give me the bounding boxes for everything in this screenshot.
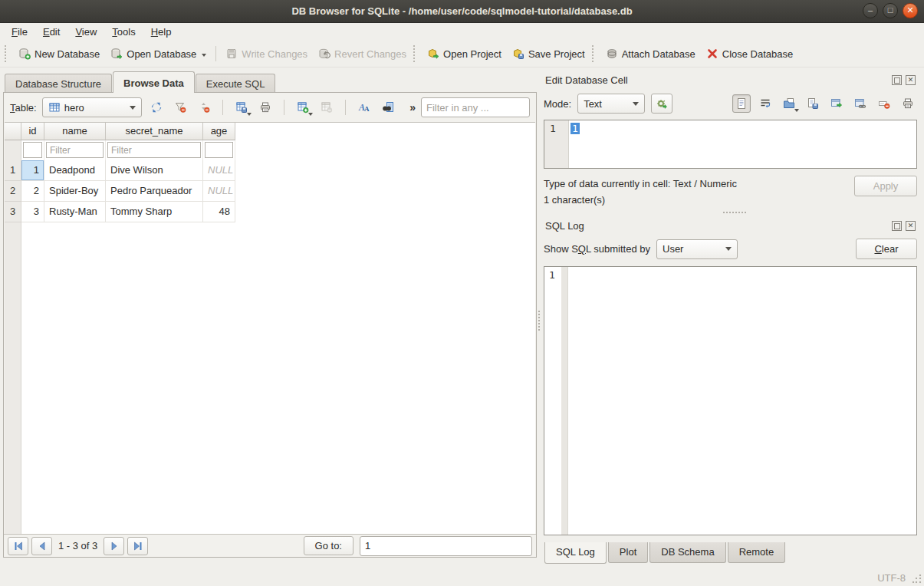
menu-file[interactable]: File [5,25,35,39]
last-record-button[interactable] [127,537,148,555]
cell-editor-content[interactable]: 1 [569,120,916,168]
column-header-age[interactable]: age [203,123,235,140]
tab-browse-data[interactable]: Browse Data [113,71,195,93]
close-dock-icon[interactable]: ✕ [906,75,916,85]
cell-id[interactable]: 1 [21,160,44,181]
save-project-button[interactable]: Save Project [507,44,590,63]
filter-input-id[interactable] [23,142,42,158]
cell-secret-name[interactable]: Tommy Sharp [106,202,203,222]
word-wrap-button[interactable] [756,94,774,113]
tab-sql-log[interactable]: SQL Log [544,542,607,564]
menu-edit[interactable]: Edit [36,25,67,39]
open-project-button[interactable]: Open Project [422,44,507,63]
grid-filter-row [5,140,535,160]
float-dock-icon[interactable] [892,75,902,85]
filter-input-name[interactable] [46,142,104,158]
tab-database-structure[interactable]: Database Structure [5,74,112,93]
maximize-button[interactable]: □ [883,3,898,18]
menubar: File Edit View Tools Help [0,23,924,41]
set-null-button[interactable] [875,94,893,113]
float-dock-icon[interactable] [892,221,902,231]
tab-remote[interactable]: Remote [728,542,786,563]
cell-secret-name[interactable]: Dive Wilson [106,160,203,181]
table-selector[interactable]: hero [42,97,142,117]
mode-selector[interactable]: Text [577,94,645,114]
main-toolbar: New Database Open Database Write Changes… [0,41,924,67]
menu-tools[interactable]: Tools [105,25,142,39]
cell-name[interactable]: Rusty-Man [44,202,106,222]
open-in-external-button[interactable] [827,94,846,113]
set-null-icon [878,97,890,110]
find-in-cells-button[interactable] [379,98,397,117]
insert-record-button[interactable] [294,98,312,117]
clear-filters-button[interactable] [171,98,189,117]
copy-link-button[interactable] [851,94,870,113]
submitter-selector[interactable]: User [656,239,738,259]
open-database-dropdown-icon[interactable] [202,54,206,57]
filter-input-age[interactable] [205,142,233,158]
export-cell-data-button[interactable] [804,94,822,113]
previous-record-button[interactable] [31,537,52,555]
column-header-name[interactable]: name [44,123,106,140]
cell-age[interactable]: NULL [203,160,235,181]
dock-splitter[interactable] [544,208,917,217]
print-cell-button[interactable] [899,94,917,113]
filter-input-secret-name[interactable] [107,142,201,158]
grid-corner[interactable] [5,123,21,140]
column-header-id[interactable]: id [21,123,44,140]
splitter-handle-icon [723,212,746,213]
text-mode-button[interactable] [732,94,751,113]
refresh-button[interactable] [147,98,166,117]
toolbar-grip[interactable] [592,45,597,62]
close-button[interactable]: ✕ [903,3,918,18]
toolbar-overflow-icon[interactable]: » [409,101,416,114]
export-table-button[interactable] [232,98,251,117]
tab-db-schema[interactable]: DB Schema [649,542,725,563]
toolbar-grip[interactable] [413,45,418,62]
sql-log-view[interactable]: 1 [544,266,917,535]
resize-grip-icon[interactable] [912,574,922,584]
save-project-icon [512,48,524,60]
insert-record-icon [297,101,309,114]
tab-execute-sql[interactable]: Execute SQL [196,74,276,93]
print-table-button[interactable] [256,98,275,117]
clear-log-button[interactable]: Clear [856,239,917,259]
font-settings-button[interactable]: AA [355,98,373,117]
first-record-button[interactable] [8,537,28,555]
mode-row: Mode: Text [544,94,917,114]
new-database-icon [18,48,31,60]
column-header-secret-name[interactable]: secret_name [106,123,203,140]
cell-editor[interactable]: 1 1 [544,120,917,169]
table-selector-value: hero [64,102,84,114]
tab-plot[interactable]: Plot [608,542,648,563]
row-number[interactable]: 3 [5,202,21,222]
toolbar-grip[interactable] [5,45,9,62]
auto-mode-button[interactable] [651,94,672,114]
delete-record-icon [321,101,333,114]
cell-secret-name[interactable]: Pedro Parqueador [106,181,203,202]
clear-filter-icon [174,101,186,114]
minimize-button[interactable]: – [863,3,878,18]
menu-view[interactable]: View [68,25,104,39]
goto-input[interactable] [360,536,532,556]
global-filter-input[interactable] [421,97,530,117]
cell-name[interactable]: Deadpond [44,160,106,181]
menu-help[interactable]: Help [144,25,179,39]
cell-name[interactable]: Spider-Boy [44,181,106,202]
open-database-button[interactable]: Open Database [105,44,212,63]
row-number[interactable]: 1 [5,160,21,181]
clear-sorting-button[interactable] [195,98,213,117]
cell-age[interactable]: 48 [203,202,235,222]
cell-id[interactable]: 3 [21,202,44,222]
cell-age[interactable]: NULL [203,181,235,202]
panel-splitter[interactable] [537,71,542,570]
close-dock-icon[interactable]: ✕ [906,221,916,231]
attach-database-button[interactable]: Attach Database [600,44,701,63]
cell-id[interactable]: 2 [21,181,44,202]
import-cell-data-button[interactable] [780,94,798,113]
row-number[interactable]: 2 [5,181,21,202]
close-database-button[interactable]: Close Database [701,44,799,63]
goto-button[interactable]: Go to: [304,536,353,555]
next-record-button[interactable] [104,537,124,555]
new-database-button[interactable]: New Database [13,44,105,63]
